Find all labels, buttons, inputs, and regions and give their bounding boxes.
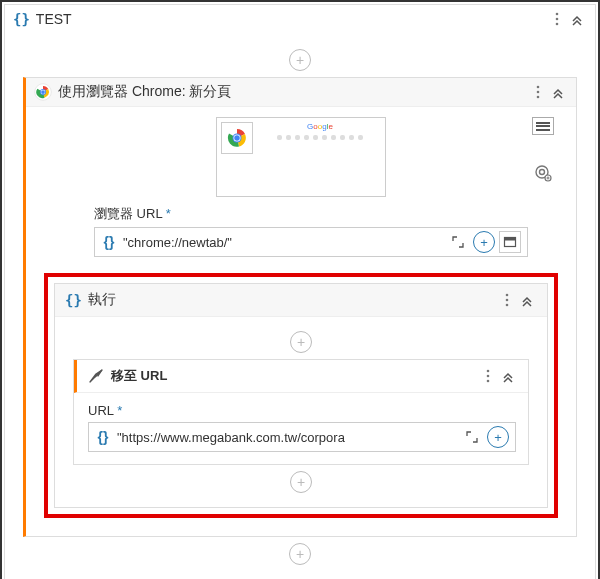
chrome-panel: 使用瀏覽器 Chrome: 新分頁	[23, 77, 577, 537]
test-panel-title: {} TEST	[13, 11, 547, 27]
target-icon[interactable]	[533, 163, 553, 183]
chrome-logo-icon	[34, 83, 52, 101]
svg-point-24	[487, 380, 490, 383]
kebab-menu-icon[interactable]	[528, 82, 548, 102]
kebab-menu-icon[interactable]	[547, 9, 567, 29]
browser-url-label: 瀏覽器 URL *	[94, 205, 528, 223]
expand-icon[interactable]	[447, 231, 469, 253]
test-title-text: TEST	[36, 11, 72, 27]
navigate-url-value: "https://www.megabank.com.tw/corpora	[117, 430, 455, 445]
svg-point-7	[537, 86, 540, 89]
test-panel-header: {} TEST	[5, 5, 595, 33]
collapse-icon[interactable]	[517, 290, 537, 310]
chrome-panel-body: Google 瀏覽器 URL * {} "chrome://newtab/"	[26, 107, 576, 536]
exec-panel: {} 執行	[54, 283, 548, 508]
preview-newtab-mock: Google	[259, 122, 381, 140]
navigate-title-text: 移至 URL	[111, 367, 167, 385]
navigate-body: URL * {} "https://www.megabank.com.tw/co…	[74, 393, 528, 464]
plus-icon: +	[289, 543, 311, 565]
svg-point-6	[41, 90, 45, 94]
hamburger-icon[interactable]	[532, 117, 554, 135]
root-frame: {} TEST + 使用瀏覽器 C	[0, 0, 600, 579]
svg-point-22	[487, 370, 490, 373]
test-panel: {} TEST + 使用瀏覽器 C	[4, 4, 596, 579]
svg-point-19	[506, 294, 509, 297]
add-value-icon[interactable]: +	[473, 231, 495, 253]
plus-icon: +	[289, 49, 311, 71]
browser-url-input[interactable]: {} "chrome://newtab/" +	[94, 227, 528, 257]
browser-url-value: "chrome://newtab/"	[123, 235, 441, 250]
plus-icon: +	[290, 471, 312, 493]
svg-point-16	[234, 135, 240, 141]
braces-icon: {}	[65, 292, 82, 308]
highlight-box: {} 執行	[44, 273, 558, 518]
svg-point-9	[537, 96, 540, 99]
exec-panel-header: {} 執行	[55, 284, 547, 317]
navigate-header: 移至 URL	[74, 360, 528, 393]
exec-title-text: 執行	[88, 291, 116, 309]
collapse-icon[interactable]	[548, 82, 568, 102]
chrome-panel-header: 使用瀏覽器 Chrome: 新分頁	[26, 78, 576, 107]
svg-point-11	[540, 170, 545, 175]
braces-icon: {}	[89, 429, 117, 445]
add-step-bottom[interactable]: +	[23, 543, 577, 565]
svg-point-23	[487, 375, 490, 378]
add-step-top[interactable]: +	[23, 49, 577, 71]
preview-chrome-icon	[221, 122, 253, 154]
test-panel-body: + 使用瀏覽器 Chrome: 新分頁	[5, 33, 595, 579]
browser-preview: Google	[216, 117, 386, 197]
chrome-side-icons	[532, 117, 554, 183]
kebab-menu-icon[interactable]	[497, 290, 517, 310]
expand-icon[interactable]	[461, 426, 483, 448]
navigate-url-label: URL *	[88, 403, 516, 418]
navigate-arrow-icon	[87, 367, 105, 385]
svg-point-21	[506, 304, 509, 307]
browser-window-icon[interactable]	[499, 231, 521, 253]
collapse-icon[interactable]	[567, 9, 587, 29]
navigate-url-actions: +	[455, 426, 515, 448]
chrome-title-text: 使用瀏覽器 Chrome: 新分頁	[58, 83, 231, 101]
kebab-menu-icon[interactable]	[478, 366, 498, 386]
plus-icon: +	[290, 331, 312, 353]
svg-point-1	[556, 18, 559, 21]
add-step-exec-top[interactable]: +	[65, 331, 537, 353]
svg-point-2	[556, 23, 559, 26]
navigate-url-input[interactable]: {} "https://www.megabank.com.tw/corpora …	[88, 422, 516, 452]
svg-rect-18	[505, 238, 516, 241]
svg-point-20	[506, 299, 509, 302]
add-value-icon[interactable]: +	[487, 426, 509, 448]
svg-point-0	[556, 13, 559, 16]
navigate-panel: 移至 URL	[73, 359, 529, 465]
braces-icon: {}	[13, 11, 30, 27]
chrome-panel-title: 使用瀏覽器 Chrome: 新分頁	[34, 83, 528, 101]
browser-url-actions: +	[441, 231, 527, 253]
braces-icon: {}	[95, 234, 123, 250]
collapse-icon[interactable]	[498, 366, 518, 386]
svg-point-8	[537, 91, 540, 94]
add-step-exec-bottom[interactable]: +	[65, 471, 537, 493]
